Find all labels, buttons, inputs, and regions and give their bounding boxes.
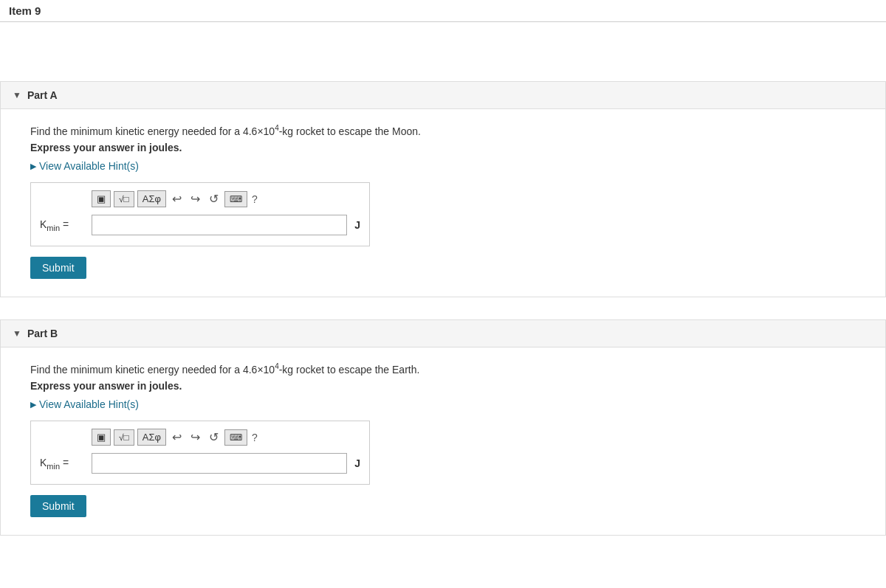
part-a-section: ▼ Part A Find the minimum kinetic energy… <box>0 81 886 297</box>
part-b-arrow: ▼ <box>13 328 21 339</box>
part-b-section: ▼ Part B Find the minimum kinetic energy… <box>0 319 886 536</box>
part-b-submit-btn[interactable]: Submit <box>30 495 86 517</box>
part-a-hint-label: View Available Hint(s) <box>39 160 139 172</box>
part-b-k-label: Kmin = <box>40 457 84 471</box>
part-a-greek-icon: ΑΣφ <box>142 193 161 204</box>
part-b-answer-input[interactable] <box>92 453 347 474</box>
part-b-label: Part B <box>27 328 58 339</box>
part-a-greek-btn[interactable]: ΑΣφ <box>137 190 166 207</box>
part-a-matrix-btn[interactable]: ▣ <box>92 190 111 207</box>
part-b-question: Find the minimum kinetic energy needed f… <box>30 362 856 376</box>
part-b-sqrt-btn[interactable]: √□ <box>114 429 134 446</box>
part-a-content: Find the minimum kinetic energy needed f… <box>1 109 885 297</box>
part-a-hint-arrow: ▶ <box>30 162 36 171</box>
part-b-hint-link[interactable]: ▶ View Available Hint(s) <box>30 398 139 410</box>
part-a-keyboard-icon: ⌨ <box>230 194 242 204</box>
part-b-sqrt-icon: √□ <box>119 432 129 443</box>
part-a-unit: J <box>354 219 360 231</box>
part-b-help-btn[interactable]: ? <box>250 432 259 443</box>
part-a-label: Part A <box>27 89 58 101</box>
part-a-redo-btn[interactable]: ↪ <box>188 190 203 207</box>
part-a-keyboard-btn[interactable]: ⌨ <box>224 191 247 207</box>
part-a-sqrt-btn[interactable]: √□ <box>114 191 134 207</box>
part-a-toolbar: ▣ √□ ΑΣφ ↩ ↪ ↺ ⌨ <box>40 190 360 207</box>
part-a-header[interactable]: ▼ Part A <box>1 82 885 109</box>
part-b-hint-arrow: ▶ <box>30 400 36 409</box>
part-b-greek-btn[interactable]: ΑΣφ <box>137 429 166 446</box>
part-b-redo-icon: ↪ <box>190 431 200 443</box>
part-b-input-row: Kmin = J <box>40 453 360 474</box>
part-b-toolbar: ▣ √□ ΑΣφ ↩ ↪ ↺ ⌨ <box>40 429 360 446</box>
part-b-keyboard-btn[interactable]: ⌨ <box>224 429 247 446</box>
part-a-input-row: Kmin = J <box>40 215 360 235</box>
item-header: Item 9 <box>0 0 886 22</box>
part-a-answer-input[interactable] <box>92 215 347 235</box>
part-a-k-label: Kmin = <box>40 218 84 232</box>
part-a-answer-box: ▣ √□ ΑΣφ ↩ ↪ ↺ ⌨ <box>30 182 370 246</box>
part-a-refresh-btn[interactable]: ↺ <box>206 190 222 207</box>
part-b-matrix-icon: ▣ <box>97 432 106 443</box>
part-b-answer-box: ▣ √□ ΑΣφ ↩ ↪ ↺ ⌨ <box>30 421 370 485</box>
part-b-refresh-btn[interactable]: ↺ <box>206 429 222 446</box>
part-a-sqrt-icon: √□ <box>119 194 129 204</box>
part-a-undo-btn[interactable]: ↩ <box>169 190 185 207</box>
part-b-undo-icon: ↩ <box>172 431 182 443</box>
part-b-hint-label: View Available Hint(s) <box>39 398 139 410</box>
part-a-redo-icon: ↪ <box>190 193 200 205</box>
part-a-undo-icon: ↩ <box>172 193 182 205</box>
part-a-arrow: ▼ <box>13 90 21 100</box>
part-b-redo-btn[interactable]: ↪ <box>188 429 203 446</box>
part-b-greek-icon: ΑΣφ <box>142 432 161 443</box>
part-b-express: Express your answer in joules. <box>30 380 856 392</box>
part-a-submit-btn[interactable]: Submit <box>30 257 86 279</box>
part-b-refresh-icon: ↺ <box>209 431 219 443</box>
part-a-hint-link[interactable]: ▶ View Available Hint(s) <box>30 160 139 172</box>
part-a-question: Find the minimum kinetic energy needed f… <box>30 124 856 137</box>
part-a-matrix-icon: ▣ <box>97 193 106 204</box>
part-a-express: Express your answer in joules. <box>30 142 856 153</box>
item-title: Item 9 <box>9 4 41 17</box>
part-a-refresh-icon: ↺ <box>209 193 219 205</box>
part-b-header[interactable]: ▼ Part B <box>1 320 885 347</box>
part-b-unit: J <box>354 457 360 469</box>
part-a-help-btn[interactable]: ? <box>250 193 259 205</box>
part-b-undo-btn[interactable]: ↩ <box>169 429 185 446</box>
part-b-content: Find the minimum kinetic energy needed f… <box>1 347 885 535</box>
part-b-keyboard-icon: ⌨ <box>230 432 242 443</box>
part-b-matrix-btn[interactable]: ▣ <box>92 429 111 446</box>
